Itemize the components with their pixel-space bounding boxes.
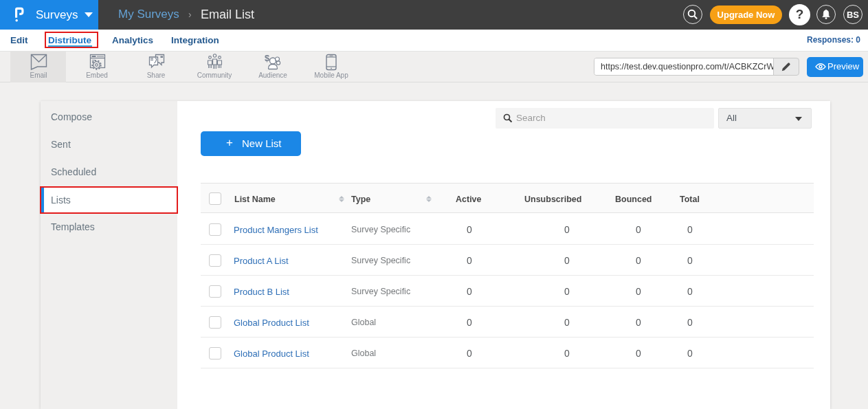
svg-text:$: $ <box>265 54 270 63</box>
